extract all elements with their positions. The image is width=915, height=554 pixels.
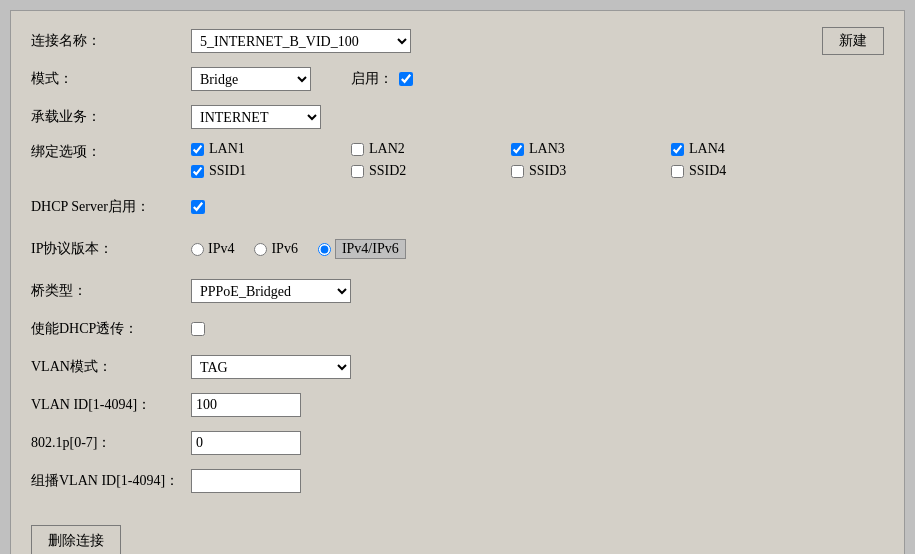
mode-select[interactable]: Bridge — [191, 67, 311, 91]
ipv4ipv6-label: IPv4/IPv6 — [335, 239, 406, 259]
dot1p-label: 802.1p[0-7]： — [31, 434, 191, 452]
binding-options: LAN1 LAN2 LAN3 LAN4 SSID1 — [191, 141, 831, 179]
binding-lan1-checkbox[interactable] — [191, 143, 204, 156]
multicast-vlan-input[interactable] — [191, 469, 301, 493]
ipv4-label: IPv4 — [208, 241, 234, 257]
binding-lan1: LAN1 — [191, 141, 351, 157]
ip-version-row: IP协议版本： IPv4 IPv6 IPv4/IPv6 — [31, 235, 884, 263]
binding-lan4-checkbox[interactable] — [671, 143, 684, 156]
binding-row-1: LAN1 LAN2 LAN3 LAN4 — [191, 141, 831, 157]
ipv6-radio[interactable] — [254, 243, 267, 256]
binding-row-2: SSID1 SSID2 SSID3 SSID4 — [191, 163, 831, 179]
binding-lan2: LAN2 — [351, 141, 511, 157]
ipv4-option: IPv4 — [191, 241, 234, 257]
binding-ssid4-label: SSID4 — [689, 163, 726, 179]
ipv4ipv6-option: IPv4/IPv6 — [318, 239, 406, 259]
binding-row: 绑定选项： LAN1 LAN2 LAN3 LAN4 — [31, 141, 884, 179]
binding-ssid2: SSID2 — [351, 163, 511, 179]
binding-lan3-label: LAN3 — [529, 141, 565, 157]
service-label: 承载业务： — [31, 108, 191, 126]
mode-label: 模式： — [31, 70, 191, 88]
ipv4-radio[interactable] — [191, 243, 204, 256]
enable-checkbox[interactable] — [399, 72, 413, 86]
dhcp-pass-checkbox[interactable] — [191, 322, 205, 336]
binding-label: 绑定选项： — [31, 141, 191, 161]
enable-label: 启用： — [351, 70, 393, 88]
delete-button[interactable]: 删除连接 — [31, 525, 121, 554]
dhcp-pass-row: 使能DHCP透传： — [31, 315, 884, 343]
binding-ssid4: SSID4 — [671, 163, 831, 179]
ipv6-option: IPv6 — [254, 241, 297, 257]
binding-lan4: LAN4 — [671, 141, 831, 157]
binding-lan3-checkbox[interactable] — [511, 143, 524, 156]
bridge-type-select[interactable]: PPPoE_Bridged — [191, 279, 351, 303]
vlan-id-row: VLAN ID[1-4094]： — [31, 391, 884, 419]
binding-ssid3: SSID3 — [511, 163, 671, 179]
binding-lan4-label: LAN4 — [689, 141, 725, 157]
binding-lan3: LAN3 — [511, 141, 671, 157]
dhcp-server-row: DHCP Server启用： — [31, 193, 884, 221]
binding-lan2-checkbox[interactable] — [351, 143, 364, 156]
new-button[interactable]: 新建 — [822, 27, 884, 55]
service-select[interactable]: INTERNET — [191, 105, 321, 129]
service-row: 承载业务： INTERNET — [31, 103, 884, 131]
binding-ssid3-checkbox[interactable] — [511, 165, 524, 178]
binding-ssid1: SSID1 — [191, 163, 351, 179]
vlan-mode-select[interactable]: TAG — [191, 355, 351, 379]
dhcp-server-checkbox[interactable] — [191, 200, 205, 214]
binding-ssid1-checkbox[interactable] — [191, 165, 204, 178]
binding-ssid4-checkbox[interactable] — [671, 165, 684, 178]
bridge-type-label: 桥类型： — [31, 282, 191, 300]
ip-version-radio-group: IPv4 IPv6 IPv4/IPv6 — [191, 239, 406, 259]
dot1p-row: 802.1p[0-7]： — [31, 429, 884, 457]
binding-ssid2-checkbox[interactable] — [351, 165, 364, 178]
binding-ssid2-label: SSID2 — [369, 163, 406, 179]
ip-version-label: IP协议版本： — [31, 240, 191, 258]
multicast-vlan-label: 组播VLAN ID[1-4094]： — [31, 472, 191, 490]
connection-name-label: 连接名称： — [31, 32, 191, 50]
mode-row: 模式： Bridge 启用： — [31, 65, 884, 93]
vlan-id-input[interactable] — [191, 393, 301, 417]
connection-name-select[interactable]: 5_INTERNET_B_VID_100 — [191, 29, 411, 53]
vlan-mode-row: VLAN模式： TAG — [31, 353, 884, 381]
enable-section: 启用： — [351, 70, 413, 88]
dot1p-input[interactable] — [191, 431, 301, 455]
dhcp-server-label: DHCP Server启用： — [31, 198, 191, 216]
ipv4ipv6-radio[interactable] — [318, 243, 331, 256]
connection-name-row: 连接名称： 5_INTERNET_B_VID_100 — [31, 27, 884, 55]
multicast-vlan-row: 组播VLAN ID[1-4094]： — [31, 467, 884, 495]
ipv6-label: IPv6 — [271, 241, 297, 257]
binding-lan1-label: LAN1 — [209, 141, 245, 157]
main-panel: 新建 连接名称： 5_INTERNET_B_VID_100 模式： Bridge… — [10, 10, 905, 554]
vlan-mode-label: VLAN模式： — [31, 358, 191, 376]
binding-lan2-label: LAN2 — [369, 141, 405, 157]
binding-ssid1-label: SSID1 — [209, 163, 246, 179]
binding-ssid3-label: SSID3 — [529, 163, 566, 179]
bridge-type-row: 桥类型： PPPoE_Bridged — [31, 277, 884, 305]
vlan-id-label: VLAN ID[1-4094]： — [31, 396, 191, 414]
dhcp-pass-label: 使能DHCP透传： — [31, 320, 191, 338]
